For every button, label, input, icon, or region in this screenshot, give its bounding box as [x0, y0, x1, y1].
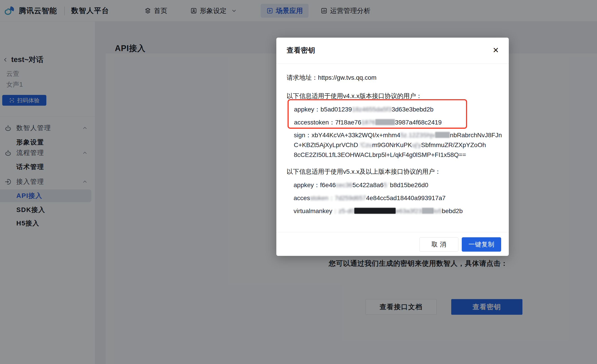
key-segment: accesstoken：7f18ae76: [294, 119, 361, 126]
key-segment: C+KBZt5AjXyLprVChD: [294, 141, 358, 148]
key-segment: 5 ': [384, 182, 390, 188]
key-segment: 5z.12Z3Shjv: [401, 132, 435, 139]
key-segment: cec36: [336, 182, 353, 188]
key-segment: [435, 132, 450, 138]
key-segment: b8d15be26d0: [390, 182, 428, 188]
key-segment: 8cCE2ZI50L1fL3EOHWACLbrp5l+L/qkF4g0lSMP+…: [294, 151, 466, 158]
v4-accesstoken-line: accesstoken：7f18ae7618763987a4f68c2419: [294, 118, 442, 127]
v5-virtualmankey-line: virtualmankey：z5-d0e63a3f23lo5bebd2b: [294, 207, 463, 215]
key-segment: 1876: [361, 119, 375, 126]
key-segment: stoken：7d259d657: [310, 194, 366, 201]
sign-line: 8cCE2ZI50L1fL3EOHWACLbrp5l+L/qkF4g0lSMP+…: [294, 150, 502, 160]
key-segment: e63a3f23: [396, 208, 422, 215]
key-segment: [375, 119, 395, 125]
key-segment: 4e84cc5ad18440a993917a7: [366, 194, 446, 201]
key-segment: virtualmankey: [294, 208, 332, 215]
key-segment: appkey：b5ad01239: [294, 106, 352, 113]
sign-line: sign：xbY44KcVA+33k2WQI/x+mhm45z.12Z3Shjv…: [294, 130, 502, 140]
v4-appkey-line: appkey：b5ad0123918z4655da5f33d63e3bebd2b: [294, 105, 433, 114]
dialog-header-divider: [276, 63, 509, 64]
v4-sign-block: sign：xbY44KcVA+33k2WQI/x+mhm45z.12Z3Shjv…: [294, 130, 502, 160]
request-url-label: 请求地址：: [287, 74, 318, 81]
key-segment: 3987a4f68c2419: [395, 119, 442, 126]
one-click-copy-button[interactable]: 一键复制: [462, 237, 501, 252]
key-segment: acces: [294, 194, 310, 201]
v5-accesstoken-line: accesstoken：7d259d6574e84cc5ad18440a9939…: [294, 194, 446, 202]
key-segment: [354, 208, 396, 214]
key-segment: SbfmmuZR/ZXpYZoOh: [421, 141, 486, 148]
v5-section-header: 以下信息适用于使用v5.x.x及以上版本接口协议的用户：: [287, 167, 441, 176]
sign-line: C+KBZt5AjXyLprVChD.'Czum9G0NrKuPKuj'ySbf…: [294, 140, 502, 150]
key-segment: appkey：f6e46: [294, 182, 336, 188]
request-url-value: https://gw.tvs.qq.com: [318, 74, 377, 81]
key-segment: uj'y: [412, 141, 421, 148]
screen: 腾讯云智能 数智人平台 首页 形象设定: [0, 0, 597, 364]
key-segment: m9G0NrKuPK: [372, 141, 412, 148]
key-segment: .'Czu: [358, 141, 372, 148]
request-url-row: 请求地址：https://gw.tvs.qq.com: [287, 73, 377, 82]
key-segment: lo5: [433, 208, 442, 215]
key-segment: 18z4655da5f3: [352, 106, 392, 113]
cancel-button[interactable]: 取 消: [419, 237, 458, 252]
key-segment: ：z5-d0: [332, 208, 354, 215]
v5-appkey-line: appkey：f6e46cec365c422a8a65 'b8d15be26d0: [294, 181, 428, 189]
key-segment: [422, 208, 433, 214]
key-segment: 5c422a8a6: [353, 182, 384, 188]
key-segment: 3d63e3bebd2b: [392, 106, 433, 113]
close-icon[interactable]: ✕: [489, 44, 502, 56]
key-segment: sign：xbY44KcVA+33k2WQI/x+mhm4: [294, 132, 401, 139]
key-segment: bebd2b: [442, 208, 463, 215]
view-key-dialog: 查看密钥 ✕ 请求地址：https://gw.tvs.qq.com 以下信息适用…: [276, 38, 509, 256]
key-segment: nbRabrchNvJ8FJn: [450, 132, 502, 139]
dialog-title: 查看密钥: [287, 46, 315, 55]
highlighted-key-box: appkey：b5ad0123918z4655da5f33d63e3bebd2b…: [288, 99, 467, 129]
